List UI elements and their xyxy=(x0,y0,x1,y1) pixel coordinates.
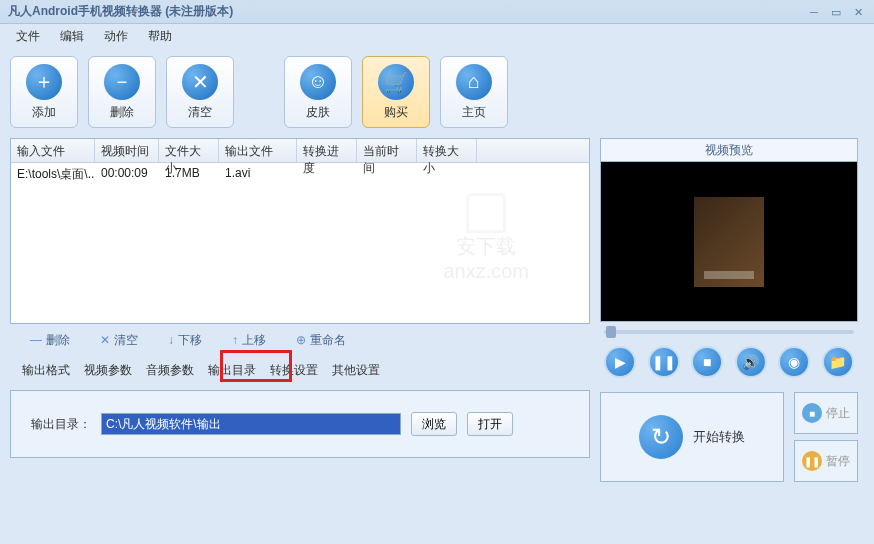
重命名-action[interactable]: ⊕重命名 xyxy=(296,332,346,349)
pause-convert-button[interactable]: ❚❚ 暂停 xyxy=(794,440,858,482)
table-row[interactable]: E:\tools\桌面\...00:00:091.7MB1.avi xyxy=(11,163,589,185)
output-panel: 输出目录： 浏览 打开 xyxy=(10,390,590,458)
清空-action[interactable]: ✕清空 xyxy=(100,332,138,349)
titlebar: 凡人Android手机视频转换器 (未注册版本) ─ ▭ ✕ xyxy=(0,0,874,24)
购买-button[interactable]: 🛒购买 xyxy=(362,56,430,128)
menu-item[interactable]: 编辑 xyxy=(52,26,92,47)
plus-icon: ＋ xyxy=(26,64,62,100)
output-dir-input[interactable] xyxy=(101,413,401,435)
window-controls: ─ ▭ ✕ xyxy=(806,5,866,19)
tab-视频参数[interactable]: 视频参数 xyxy=(82,358,134,383)
row-actions: —删除✕清空↓下移↑上移⊕重命名 xyxy=(10,324,590,356)
column-header[interactable]: 转换进度 xyxy=(297,139,357,162)
cart-icon: 🛒 xyxy=(378,64,414,100)
smile-icon: ☺ xyxy=(300,64,336,100)
snapshot-button[interactable]: ◉ xyxy=(778,346,810,378)
删除-action[interactable]: —删除 xyxy=(30,332,70,349)
video-thumbnail xyxy=(694,197,764,287)
tab-其他设置[interactable]: 其他设置 xyxy=(330,358,382,383)
pause-button[interactable]: ❚❚ xyxy=(648,346,680,378)
maximize-button[interactable]: ▭ xyxy=(828,5,844,19)
home-icon: ⌂ xyxy=(456,64,492,100)
column-header[interactable]: 视频时间 xyxy=(95,139,159,162)
tab-转换设置[interactable]: 转换设置 xyxy=(268,358,320,383)
stop-convert-button[interactable]: ■ 停止 xyxy=(794,392,858,434)
tab-音频参数[interactable]: 音频参数 xyxy=(144,358,196,383)
添加-button[interactable]: ＋添加 xyxy=(10,56,78,128)
minus-icon: — xyxy=(30,333,42,347)
preview-title: 视频预览 xyxy=(600,138,858,162)
pause-icon: ❚❚ xyxy=(802,451,822,471)
rename-icon: ⊕ xyxy=(296,333,306,347)
seek-slider[interactable] xyxy=(600,322,858,342)
down-icon: ↓ xyxy=(168,333,174,347)
主页-button[interactable]: ⌂主页 xyxy=(440,56,508,128)
tab-输出格式[interactable]: 输出格式 xyxy=(20,358,72,383)
menu-item[interactable]: 文件 xyxy=(8,26,48,47)
convert-icon: ↻ xyxy=(639,415,683,459)
stop-icon: ■ xyxy=(802,403,822,423)
up-icon: ↑ xyxy=(232,333,238,347)
folder-button[interactable]: 📁 xyxy=(822,346,854,378)
menu-item[interactable]: 动作 xyxy=(96,26,136,47)
settings-tabs: 输出格式视频参数音频参数输出目录转换设置其他设置 xyxy=(10,356,590,384)
minus-icon: － xyxy=(104,64,140,100)
column-header[interactable]: 当前时间 xyxy=(357,139,417,162)
清空-button[interactable]: ✕清空 xyxy=(166,56,234,128)
open-button[interactable]: 打开 xyxy=(467,412,513,436)
menubar: 文件编辑动作帮助 xyxy=(0,24,874,48)
stop-button[interactable]: ■ xyxy=(691,346,723,378)
minimize-button[interactable]: ─ xyxy=(806,5,822,19)
browse-button[interactable]: 浏览 xyxy=(411,412,457,436)
file-table: 输入文件视频时间文件大小输出文件转换进度当前时间转换大小 E:\tools\桌面… xyxy=(10,138,590,324)
volume-button[interactable]: 🔊 xyxy=(735,346,767,378)
tab-输出目录[interactable]: 输出目录 xyxy=(206,358,258,383)
column-header[interactable]: 转换大小 xyxy=(417,139,477,162)
删除-button[interactable]: －删除 xyxy=(88,56,156,128)
play-button[interactable]: ▶ xyxy=(604,346,636,378)
column-header[interactable]: 输入文件 xyxy=(11,139,95,162)
video-preview xyxy=(600,162,858,322)
下移-action[interactable]: ↓下移 xyxy=(168,332,202,349)
column-header[interactable]: 输出文件 xyxy=(219,139,297,162)
x-icon: ✕ xyxy=(182,64,218,100)
media-controls: ▶ ❚❚ ■ 🔊 ◉ 📁 xyxy=(600,342,858,382)
watermark: 安下载 anxz.com xyxy=(443,193,529,283)
close-button[interactable]: ✕ xyxy=(850,5,866,19)
output-dir-label: 输出目录： xyxy=(31,416,91,433)
start-convert-label: 开始转换 xyxy=(693,428,745,446)
x-icon: ✕ xyxy=(100,333,110,347)
menu-item[interactable]: 帮助 xyxy=(140,26,180,47)
window-title: 凡人Android手机视频转换器 (未注册版本) xyxy=(8,3,233,20)
start-convert-button[interactable]: ↻ 开始转换 xyxy=(600,392,784,482)
column-header[interactable]: 文件大小 xyxy=(159,139,219,162)
皮肤-button[interactable]: ☺皮肤 xyxy=(284,56,352,128)
toolbar: ＋添加－删除✕清空☺皮肤🛒购买⌂主页 xyxy=(0,48,874,138)
table-header: 输入文件视频时间文件大小输出文件转换进度当前时间转换大小 xyxy=(11,139,589,163)
上移-action[interactable]: ↑上移 xyxy=(232,332,266,349)
